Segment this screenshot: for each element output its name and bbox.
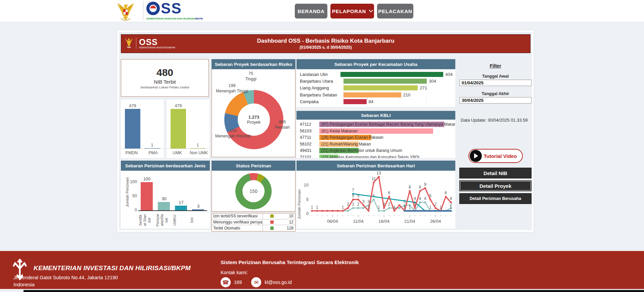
dashboard-date-range: (01/04/2025 s. d 30/04/2025) bbox=[121, 45, 530, 50]
svg-text:1: 1 bbox=[393, 205, 396, 210]
segment-value: 199 bbox=[212, 83, 252, 89]
kbli-panel-title: Sebaran KBLI bbox=[296, 111, 455, 120]
svg-text:7: 7 bbox=[352, 188, 354, 193]
kbli-label: (61) Kedai Makanan bbox=[321, 129, 358, 133]
footer-address-line1: Jl. Jenderal Gatot Subroto No.44, Jakart… bbox=[13, 275, 118, 280]
svg-text:26/04: 26/04 bbox=[430, 219, 441, 224]
svg-text:4: 4 bbox=[450, 196, 452, 201]
risiko-segment-label: 75Tinggi bbox=[237, 71, 264, 82]
jenis-bar bbox=[175, 206, 187, 210]
svg-text:1: 1 bbox=[367, 205, 370, 210]
svg-text:1: 1 bbox=[409, 205, 411, 210]
kecamatan-panel: Sebaran Proyek per Kecamatan Usaha Landa… bbox=[296, 59, 455, 107]
legend-swatch bbox=[270, 220, 274, 224]
legend-label: Izin terbit/SS terverifikasi bbox=[212, 213, 263, 219]
pmdn-pma-chart: 4791PMDNPMA bbox=[121, 99, 164, 158]
kecamatan-row: Cempaka84 bbox=[300, 98, 453, 105]
email-icon[interactable]: ✉ bbox=[251, 277, 261, 287]
segment-name: Rendah bbox=[270, 125, 294, 130]
svg-text:Jumlah Perizinan: Jumlah Perizinan bbox=[297, 190, 301, 219]
bar-column: 1 bbox=[188, 143, 208, 149]
hari-line-chart[interactable]: Jumlah Perizinan051006/0411/0416/0421/04… bbox=[296, 171, 455, 228]
footer-email: kl@oss.go.id bbox=[265, 280, 291, 285]
garuda-emblem-logo bbox=[115, 1, 136, 23]
nav-button-pelacakan[interactable]: PELACAKAN bbox=[377, 4, 413, 18]
status-donut-chart[interactable]: 150 bbox=[235, 173, 272, 209]
risiko-panel-title: Sebaran Proyek berdasarkan Risiko bbox=[212, 59, 295, 69]
svg-text:8: 8 bbox=[409, 185, 411, 190]
jenis-bar-value: 17 bbox=[173, 200, 190, 205]
kecamatan-bar bbox=[343, 85, 418, 90]
svg-text:9: 9 bbox=[424, 182, 426, 187]
mini-bar-chart-body: 4791 bbox=[167, 99, 210, 149]
dashboard-banner: OSS KEMENTERIAN INVESTASI/BKPM Dashboard… bbox=[121, 34, 531, 53]
segment-value: 865 bbox=[270, 120, 294, 125]
kecamatan-bar bbox=[340, 72, 444, 77]
oss-logo-subtitle: KEMENTERIAN INVESTASI DAN HILIRISASI/BKP… bbox=[146, 17, 203, 20]
kecamatan-row: Liang Anggang271 bbox=[300, 85, 453, 91]
tanggal-akhir-label: Tanggal Akhir bbox=[459, 91, 532, 96]
segment-value: 75 bbox=[237, 71, 264, 77]
nav-button-beranda[interactable]: BERANDA bbox=[295, 4, 327, 18]
svg-text:1: 1 bbox=[342, 205, 344, 210]
detail-proyek-button[interactable]: Detail Proyek bbox=[459, 180, 532, 191]
jenis-x-axis bbox=[138, 210, 207, 211]
kecamatan-bar bbox=[343, 99, 367, 104]
legend-swatch bbox=[270, 214, 274, 218]
filter-sidebar: Filter Tanggal Awal Tanggal Akhir Data U… bbox=[459, 59, 532, 204]
bar-column: 1 bbox=[142, 143, 162, 149]
svg-text:10: 10 bbox=[304, 183, 309, 187]
bottom-edge-bar bbox=[24, 290, 644, 292]
y-tick-label: 100 bbox=[128, 179, 137, 184]
segment-name: Tinggi bbox=[237, 77, 264, 82]
tanggal-awal-input[interactable] bbox=[459, 80, 532, 86]
dashboard-container: OSS KEMENTERIAN INVESTASI/BKPM Dashboard… bbox=[117, 30, 534, 232]
kbli-row: 56102(21) Rumah/Warung Makan bbox=[300, 141, 455, 148]
kbli-code: 71102 bbox=[300, 155, 317, 158]
svg-text:2: 2 bbox=[434, 202, 437, 207]
svg-text:11: 11 bbox=[372, 176, 376, 181]
kecamatan-name: Banjarbaru Utara bbox=[300, 79, 343, 84]
footer-system-title: Sistem Perizinan Berusaha Terintegrasi S… bbox=[221, 259, 359, 265]
svg-text:5: 5 bbox=[373, 194, 375, 198]
kecamatan-row: Landasan Ulin404 bbox=[300, 71, 453, 78]
svg-text:5: 5 bbox=[306, 197, 309, 202]
phone-icon[interactable]: ☎ bbox=[221, 277, 231, 287]
umk-nonumk-chart: 4791UMKNon UMK bbox=[167, 99, 210, 158]
nib-terbit-card: 480 NIB Terbit berdasarkan Lokasi Pelaku… bbox=[121, 59, 209, 97]
svg-text:11/04: 11/04 bbox=[353, 219, 364, 224]
detail-perizinan-button[interactable]: Detail Perizinan Berusaha bbox=[459, 193, 532, 204]
segment-value: 134 bbox=[212, 128, 254, 134]
svg-text:1: 1 bbox=[378, 205, 380, 210]
risiko-panel: Sebaran Proyek berdasarkan Risiko 1.273 … bbox=[212, 59, 295, 157]
svg-text:4: 4 bbox=[424, 196, 426, 201]
x-axis-labels: PMDNPMA bbox=[121, 149, 164, 158]
kecamatan-value: 84 bbox=[369, 99, 373, 104]
bar bbox=[144, 148, 160, 149]
kecamatan-name: Cempaka bbox=[300, 99, 343, 104]
detail-nib-button[interactable]: Detail NIB bbox=[459, 168, 532, 178]
svg-text:16/04: 16/04 bbox=[378, 219, 389, 224]
tutorial-video-button[interactable]: Tutorial Video bbox=[468, 149, 523, 163]
status-panel: Status Perizinan 150 Izin terbit/SS terv… bbox=[212, 161, 295, 232]
svg-text:1: 1 bbox=[311, 205, 313, 210]
data-update-text: Data Update: 30/04/2025 01.33.59 bbox=[459, 118, 532, 123]
oss-logo-flag-o bbox=[146, 2, 160, 15]
tanggal-akhir-input[interactable] bbox=[459, 97, 532, 103]
kecamatan-value: 404 bbox=[445, 72, 453, 77]
svg-text:4: 4 bbox=[419, 196, 421, 201]
kecamatan-name: Banjarbaru Selatan bbox=[300, 92, 343, 97]
status-panel-title: Status Perizinan bbox=[212, 161, 295, 171]
x-axis-label: PMDN bbox=[121, 149, 142, 158]
kecamatan-name: Landasan Ulin bbox=[300, 72, 340, 77]
kbli-label: (28) Perdagangan Eceran Pakaian bbox=[321, 135, 383, 140]
nav-button-pelaporan[interactable]: PELAPORAN bbox=[330, 4, 374, 18]
svg-text:5: 5 bbox=[357, 194, 360, 198]
kbli-label: (67) Perdagangan Eceran Berbagai Macam B… bbox=[321, 122, 455, 127]
kecamatan-value: 210 bbox=[403, 92, 411, 97]
bar-value-label: 479 bbox=[129, 103, 136, 108]
svg-text:3: 3 bbox=[362, 199, 365, 204]
legend-row: Menunggu verifikasi persya..12 bbox=[212, 219, 295, 225]
risiko-center-label: Proyek bbox=[247, 120, 261, 125]
svg-text:13: 13 bbox=[377, 171, 381, 175]
